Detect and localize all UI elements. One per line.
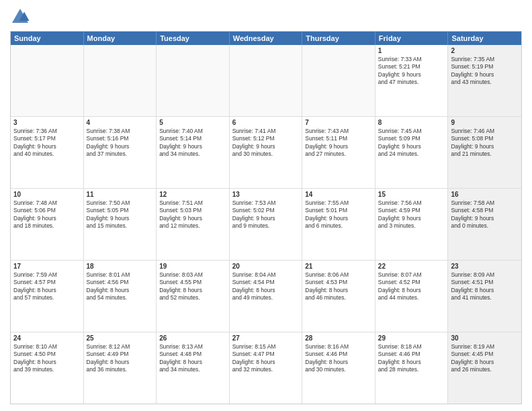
logo-icon [10,7,30,27]
day-info: Sunrise: 7:48 AM Sunset: 5:06 PM Dayligh… [13,199,81,230]
day-info: Sunrise: 8:19 AM Sunset: 4:45 PM Dayligh… [451,343,519,374]
calendar-header: SundayMondayTuesdayWednesdayThursdayFrid… [11,32,521,45]
day-number: 13 [232,191,300,198]
day-number: 29 [378,334,445,342]
calendar-cell: 4Sunrise: 7:38 AM Sunset: 5:16 PM Daylig… [84,117,157,188]
day-number: 9 [451,119,519,126]
calendar-cell [84,45,157,116]
day-number: 14 [305,191,372,198]
day-info: Sunrise: 8:10 AM Sunset: 4:50 PM Dayligh… [13,343,81,374]
calendar-cell [11,45,84,116]
calendar-cell: 3Sunrise: 7:36 AM Sunset: 5:17 PM Daylig… [11,117,84,188]
day-number: 20 [232,263,300,270]
day-number: 16 [451,191,519,198]
calendar-cell: 13Sunrise: 7:53 AM Sunset: 5:02 PM Dayli… [230,189,303,260]
day-header-monday: Monday [84,32,157,45]
day-info: Sunrise: 7:41 AM Sunset: 5:12 PM Dayligh… [232,128,300,158]
day-info: Sunrise: 8:04 AM Sunset: 4:54 PM Dayligh… [232,271,300,302]
calendar-cell: 22Sunrise: 8:07 AM Sunset: 4:52 PM Dayli… [375,261,449,332]
day-number: 21 [305,263,372,270]
day-number: 23 [451,263,519,270]
day-header-tuesday: Tuesday [157,32,230,45]
calendar-cell: 15Sunrise: 7:56 AM Sunset: 4:59 PM Dayli… [375,189,449,260]
day-number: 19 [159,263,226,270]
calendar-week-5: 24Sunrise: 8:10 AM Sunset: 4:50 PM Dayli… [11,332,521,404]
calendar-cell: 20Sunrise: 8:04 AM Sunset: 4:54 PM Dayli… [230,261,303,332]
page: SundayMondayTuesdayWednesdayThursdayFrid… [0,0,532,411]
day-info: Sunrise: 7:40 AM Sunset: 5:14 PM Dayligh… [159,128,226,158]
calendar-cell [157,45,230,116]
calendar-cell: 14Sunrise: 7:55 AM Sunset: 5:01 PM Dayli… [302,189,375,260]
day-info: Sunrise: 7:56 AM Sunset: 4:59 PM Dayligh… [378,199,445,230]
day-header-thursday: Thursday [302,32,375,45]
calendar-cell: 19Sunrise: 8:03 AM Sunset: 4:55 PM Dayli… [157,261,230,332]
day-info: Sunrise: 8:16 AM Sunset: 4:46 PM Dayligh… [305,343,372,374]
day-info: Sunrise: 7:59 AM Sunset: 4:57 PM Dayligh… [13,271,81,302]
day-info: Sunrise: 7:58 AM Sunset: 4:58 PM Dayligh… [451,199,519,230]
calendar-cell: 26Sunrise: 8:13 AM Sunset: 4:48 PM Dayli… [157,332,230,404]
day-number: 8 [378,119,445,126]
calendar-cell: 1Sunrise: 7:33 AM Sunset: 5:21 PM Daylig… [375,45,449,116]
calendar-cell: 7Sunrise: 7:43 AM Sunset: 5:11 PM Daylig… [302,117,375,188]
day-info: Sunrise: 7:35 AM Sunset: 5:19 PM Dayligh… [451,56,519,87]
day-info: Sunrise: 7:50 AM Sunset: 5:05 PM Dayligh… [87,199,154,230]
calendar-body: 1Sunrise: 7:33 AM Sunset: 5:21 PM Daylig… [11,45,521,404]
calendar-cell: 21Sunrise: 8:06 AM Sunset: 4:53 PM Dayli… [302,261,375,332]
logo [10,7,33,27]
day-number: 2 [451,47,519,54]
day-number: 22 [378,263,445,270]
calendar-cell: 9Sunrise: 7:46 AM Sunset: 5:08 PM Daylig… [448,117,521,188]
day-number: 11 [87,191,154,198]
day-number: 18 [87,263,154,270]
day-header-friday: Friday [375,32,449,45]
day-number: 12 [159,191,226,198]
day-info: Sunrise: 7:46 AM Sunset: 5:08 PM Dayligh… [451,128,519,158]
calendar-cell: 23Sunrise: 8:09 AM Sunset: 4:51 PM Dayli… [448,261,521,332]
calendar-cell: 8Sunrise: 7:45 AM Sunset: 5:09 PM Daylig… [375,117,449,188]
calendar-cell: 18Sunrise: 8:01 AM Sunset: 4:56 PM Dayli… [84,261,157,332]
day-number: 25 [87,334,154,342]
calendar-cell: 25Sunrise: 8:12 AM Sunset: 4:49 PM Dayli… [84,332,157,404]
day-info: Sunrise: 8:18 AM Sunset: 4:46 PM Dayligh… [378,343,445,374]
day-info: Sunrise: 7:38 AM Sunset: 5:16 PM Dayligh… [87,128,154,158]
day-info: Sunrise: 8:09 AM Sunset: 4:51 PM Dayligh… [451,271,519,302]
day-info: Sunrise: 8:12 AM Sunset: 4:49 PM Dayligh… [87,343,154,374]
calendar-cell: 17Sunrise: 7:59 AM Sunset: 4:57 PM Dayli… [11,261,84,332]
day-number: 4 [87,119,154,126]
calendar-cell: 27Sunrise: 8:15 AM Sunset: 4:47 PM Dayli… [230,332,303,404]
calendar-cell: 2Sunrise: 7:35 AM Sunset: 5:19 PM Daylig… [448,45,521,116]
day-info: Sunrise: 8:03 AM Sunset: 4:55 PM Dayligh… [159,271,226,302]
day-info: Sunrise: 7:53 AM Sunset: 5:02 PM Dayligh… [232,199,300,230]
day-number: 15 [378,191,445,198]
day-number: 27 [232,334,300,342]
day-info: Sunrise: 8:06 AM Sunset: 4:53 PM Dayligh… [305,271,372,302]
calendar-week-4: 17Sunrise: 7:59 AM Sunset: 4:57 PM Dayli… [11,261,521,332]
calendar-cell: 30Sunrise: 8:19 AM Sunset: 4:45 PM Dayli… [448,332,521,404]
day-info: Sunrise: 7:33 AM Sunset: 5:21 PM Dayligh… [378,56,445,87]
day-number: 17 [13,263,81,270]
day-info: Sunrise: 8:13 AM Sunset: 4:48 PM Dayligh… [159,343,226,374]
calendar-cell: 24Sunrise: 8:10 AM Sunset: 4:50 PM Dayli… [11,332,84,404]
day-number: 26 [159,334,226,342]
day-number: 28 [305,334,372,342]
day-number: 1 [378,47,445,54]
day-info: Sunrise: 8:01 AM Sunset: 4:56 PM Dayligh… [87,271,154,302]
day-header-wednesday: Wednesday [230,32,303,45]
day-number: 5 [159,119,226,126]
calendar-cell: 16Sunrise: 7:58 AM Sunset: 4:58 PM Dayli… [448,189,521,260]
day-info: Sunrise: 7:51 AM Sunset: 5:03 PM Dayligh… [159,199,226,230]
calendar-cell: 5Sunrise: 7:40 AM Sunset: 5:14 PM Daylig… [157,117,230,188]
calendar-cell: 12Sunrise: 7:51 AM Sunset: 5:03 PM Dayli… [157,189,230,260]
day-info: Sunrise: 7:36 AM Sunset: 5:17 PM Dayligh… [13,128,81,158]
calendar-cell: 29Sunrise: 8:18 AM Sunset: 4:46 PM Dayli… [375,332,449,404]
day-number: 10 [13,191,81,198]
day-header-sunday: Sunday [11,32,84,45]
day-header-saturday: Saturday [448,32,521,45]
day-info: Sunrise: 7:45 AM Sunset: 5:09 PM Dayligh… [378,128,445,158]
calendar-week-2: 3Sunrise: 7:36 AM Sunset: 5:17 PM Daylig… [11,117,521,189]
calendar-week-1: 1Sunrise: 7:33 AM Sunset: 5:21 PM Daylig… [11,45,521,117]
day-number: 30 [451,334,519,342]
day-info: Sunrise: 8:07 AM Sunset: 4:52 PM Dayligh… [378,271,445,302]
day-number: 6 [232,119,300,126]
day-number: 7 [305,119,372,126]
